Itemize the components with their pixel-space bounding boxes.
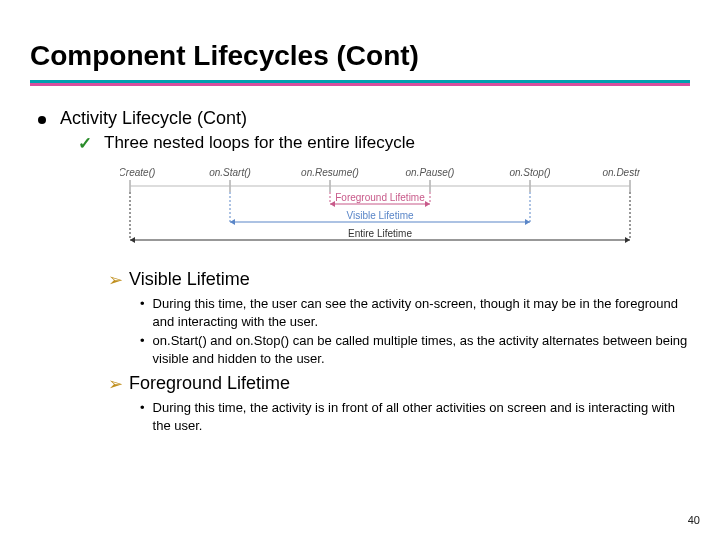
- svg-text:Visible Lifetime: Visible Lifetime: [346, 210, 414, 221]
- svg-text:on.Resume(): on.Resume(): [301, 167, 359, 178]
- check-icon: ✓: [78, 133, 92, 154]
- lifecycle-diagram: on.Create()on.Start()on.Resume()on.Pause…: [120, 164, 690, 263]
- lifecycle-svg: on.Create()on.Start()on.Resume()on.Pause…: [120, 164, 640, 259]
- svg-text:on.Stop(): on.Stop(): [509, 167, 550, 178]
- svg-marker-15: [425, 201, 430, 207]
- svg-text:Entire Lifetime: Entire Lifetime: [348, 228, 412, 239]
- section-point: •During this time, the user can see the …: [140, 295, 690, 330]
- bullet-level-1: Activity Lifecycle (Cont): [38, 108, 690, 129]
- section-point: •During this time, the activity is in fr…: [140, 399, 690, 434]
- slide-number: 40: [688, 514, 700, 526]
- svg-marker-14: [330, 201, 335, 207]
- arrow-icon: ➢: [108, 269, 123, 291]
- svg-marker-27: [625, 237, 630, 243]
- svg-text:on.Start(): on.Start(): [209, 167, 251, 178]
- svg-text:on.Destroy(): on.Destroy(): [602, 167, 640, 178]
- svg-marker-26: [130, 237, 135, 243]
- bullet-dot-icon: [38, 116, 46, 124]
- section-point-text: During this time, the activity is in fro…: [153, 399, 690, 434]
- bullet-disc-icon: •: [140, 332, 145, 350]
- bullet-2-text: Three nested loops for the entire lifecy…: [104, 133, 415, 153]
- svg-text:on.Pause(): on.Pause(): [406, 167, 455, 178]
- section-heading-text: Visible Lifetime: [129, 269, 250, 290]
- bullet-level-2: ✓ Three nested loops for the entire life…: [78, 133, 690, 154]
- svg-marker-20: [230, 219, 235, 225]
- bullet-1-text: Activity Lifecycle (Cont): [60, 108, 247, 129]
- bullet-disc-icon: •: [140, 295, 145, 313]
- sections-container: ➢Visible Lifetime•During this time, the …: [30, 269, 690, 434]
- arrow-icon: ➢: [108, 373, 123, 395]
- section-heading-text: Foreground Lifetime: [129, 373, 290, 394]
- title-divider: [30, 80, 690, 86]
- bullet-disc-icon: •: [140, 399, 145, 417]
- section-heading: ➢Visible Lifetime: [108, 269, 690, 291]
- slide-title: Component Lifecycles (Cont): [30, 40, 690, 72]
- svg-marker-21: [525, 219, 530, 225]
- svg-text:Foreground Lifetime: Foreground Lifetime: [335, 192, 425, 203]
- section-point-text: During this time, the user can see the a…: [153, 295, 690, 330]
- section-point: •on.Start() and on.Stop() can be called …: [140, 332, 690, 367]
- svg-text:on.Create(): on.Create(): [120, 167, 155, 178]
- section-heading: ➢Foreground Lifetime: [108, 373, 690, 395]
- section-point-text: on.Start() and on.Stop() can be called m…: [153, 332, 690, 367]
